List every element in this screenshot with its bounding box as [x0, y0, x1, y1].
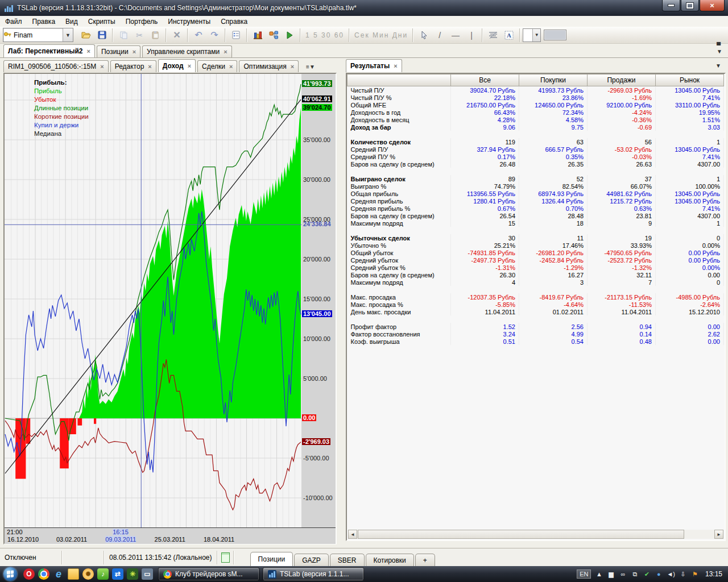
copy-button[interactable]: [115, 27, 131, 43]
column-header[interactable]: Покупки: [519, 74, 588, 86]
trend-line-tool-button[interactable]: /: [432, 27, 448, 43]
scroll-right-icon[interactable]: ►: [714, 530, 723, 539]
menu-scripts[interactable]: Скрипты: [83, 17, 121, 26]
status-tab-quotes[interactable]: Котировки: [366, 554, 414, 566]
doc-tab-optimization[interactable]: Оптимизация×: [239, 60, 299, 72]
tab-label: RIM1_090506_110506:-:15M: [8, 63, 96, 70]
doc-tab-editor[interactable]: Редактор×: [110, 60, 156, 72]
tray-qip-icon[interactable]: ∞: [619, 571, 627, 577]
scroll-left-icon[interactable]: ◄: [348, 530, 357, 539]
bar-chart-icon: [253, 31, 263, 40]
metric-value: 26.63: [588, 160, 656, 168]
table-row: Доход за бар9.069.75-0.693.03: [348, 123, 724, 131]
text-tool-button[interactable]: A: [501, 27, 517, 43]
interval-presets[interactable]: 1 5 30 60: [303, 31, 346, 39]
tray-antivirus-check-icon[interactable]: ✔: [643, 571, 651, 578]
price-axis[interactable]: 35'000.0030'000.0025'000.0020'000.0015'0…: [301, 74, 336, 527]
close-icon[interactable]: ×: [133, 49, 136, 55]
properties-button[interactable]: [228, 27, 244, 43]
tray-volume-icon[interactable]: ◄): [667, 571, 675, 577]
pointer-tool-button[interactable]: [416, 27, 432, 43]
paste-button[interactable]: [147, 27, 163, 43]
quicklaunch-rdp-icon[interactable]: ▭: [142, 568, 153, 580]
restore-button[interactable]: [681, 0, 699, 11]
close-icon[interactable]: ×: [291, 64, 294, 70]
close-button[interactable]: ×: [700, 0, 725, 11]
interval-units[interactable]: Сек Мин Дни: [352, 31, 410, 39]
redo-button[interactable]: ↷: [206, 27, 222, 43]
chart-legend: Прибыль:ПрибыльУбытокДлинные позицииКоро…: [34, 78, 89, 138]
status-tab-add[interactable]: +: [415, 554, 435, 566]
open-button[interactable]: [78, 27, 94, 43]
equity-chart[interactable]: [5, 74, 301, 527]
line-style-combo[interactable]: ▼: [523, 28, 541, 42]
quicklaunch-qip-icon[interactable]: ✹: [82, 568, 94, 580]
delete-button[interactable]: ✕: [169, 27, 185, 43]
tray-monitors-icon[interactable]: ⧉: [631, 571, 639, 578]
close-icon[interactable]: ×: [148, 64, 151, 70]
cut-button[interactable]: ✂: [131, 27, 147, 43]
quicklaunch-aimp-icon[interactable]: ♪: [97, 568, 109, 580]
column-header[interactable]: Рынок: [656, 74, 724, 86]
close-icon[interactable]: ×: [394, 63, 397, 69]
tray-update-icon[interactable]: ⇩: [679, 571, 687, 578]
status-tab-positions[interactable]: Позиции: [250, 552, 293, 566]
metric-value: 44981.62 Рубль: [588, 190, 656, 197]
log-notebook-icon[interactable]: [221, 552, 230, 563]
color-swatch[interactable]: [544, 30, 566, 40]
vertical-line-tool-button[interactable]: |: [464, 27, 479, 43]
horizontal-line-tool-button[interactable]: —: [448, 27, 464, 43]
doc-tab-trades[interactable]: Сделки×: [197, 60, 237, 72]
tray-tslab-icon[interactable]: ▆: [607, 571, 615, 578]
menu-help[interactable]: Справка: [216, 17, 253, 26]
time-axis[interactable]: 21:0016:1516.12.201003.02.201109.03.2011…: [5, 527, 336, 544]
menu-edit[interactable]: Правка: [27, 17, 61, 26]
menu-instruments[interactable]: Инструменты: [163, 17, 216, 26]
doc-tab-income[interactable]: Доход×: [158, 59, 196, 72]
quicklaunch-folder-icon[interactable]: [68, 568, 79, 580]
scrollbar-thumb[interactable]: [358, 530, 684, 539]
tab-list-icon[interactable]: ≡▼: [306, 64, 315, 70]
taskbar-button-browser[interactable]: Клуб трейдеров sM...: [158, 567, 259, 581]
quicklaunch-ie-icon[interactable]: e: [53, 568, 64, 580]
data-provider-combo[interactable]: Finam ▼: [3, 28, 73, 42]
horizontal-scrollbar[interactable]: ◄ ►: [348, 530, 723, 539]
status-tab-gazp[interactable]: GAZP: [294, 554, 329, 566]
tab-overflow-icon[interactable]: ▀▼: [717, 42, 722, 55]
tab-results[interactable]: Результаты×: [346, 59, 402, 72]
status-tab-sber[interactable]: SBER: [330, 554, 365, 566]
quicklaunch-opera-icon[interactable]: O: [23, 568, 35, 580]
tray-expand-icon[interactable]: ▲: [595, 571, 603, 577]
taskbar-button-tslab[interactable]: TSLab (версия 1.1.1...: [263, 567, 364, 581]
close-icon[interactable]: ×: [229, 64, 233, 70]
close-icon[interactable]: ×: [188, 63, 191, 69]
tray-alert-flag-icon[interactable]: ⚑: [691, 571, 699, 578]
chart-button[interactable]: [250, 27, 266, 43]
quicklaunch-butterfly-icon[interactable]: ✳: [127, 568, 138, 580]
column-header[interactable]: Продажи: [588, 74, 656, 86]
script-scheme-button[interactable]: [266, 27, 282, 43]
tray-lang[interactable]: EN: [577, 569, 591, 579]
tab-script-management[interactable]: Управление скриптами×: [142, 45, 232, 57]
quicklaunch-chrome-icon[interactable]: [38, 568, 49, 580]
close-icon[interactable]: ×: [87, 48, 90, 55]
run-button[interactable]: [282, 27, 297, 43]
column-header[interactable]: [348, 74, 451, 86]
close-icon[interactable]: ×: [224, 49, 227, 55]
fibonacci-tool-button[interactable]: [485, 27, 501, 43]
doc-tab-instrument[interactable]: RIM1_090506_110506:-:15M×: [3, 60, 109, 72]
menu-portfolio[interactable]: Портфель: [121, 17, 163, 26]
tray-globe-icon[interactable]: ●: [655, 571, 663, 577]
menu-file[interactable]: Файл: [0, 17, 27, 26]
start-button[interactable]: [3, 567, 17, 581]
tab-lab[interactable]: Лаб: Перспективный2×: [3, 44, 95, 57]
undo-button[interactable]: ↶: [191, 27, 206, 43]
minimize-button[interactable]: [662, 0, 680, 11]
menu-view[interactable]: Вид: [60, 17, 83, 26]
quicklaunch-teamviewer-icon[interactable]: ⇄: [112, 568, 123, 580]
chevron-down-icon[interactable]: ▼: [63, 28, 73, 41]
column-header[interactable]: Все: [451, 74, 519, 86]
tab-positions[interactable]: Позиции×: [97, 45, 140, 57]
close-icon[interactable]: ×: [100, 64, 104, 70]
save-button[interactable]: [94, 27, 110, 43]
